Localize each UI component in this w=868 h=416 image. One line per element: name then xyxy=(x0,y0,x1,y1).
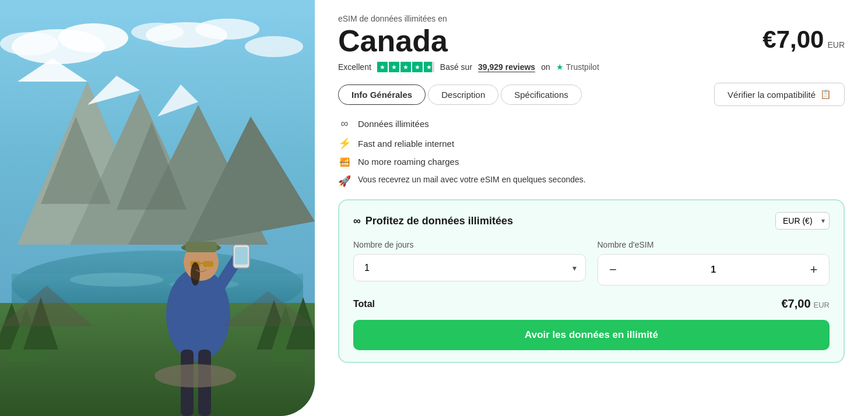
delivery-text: Vous recevrez un mail avec votre eSIM en… xyxy=(358,175,586,184)
rating-row: Excellent ★ ★ ★ ★ ★ Basé sur 39,929 revi… xyxy=(338,62,845,72)
star-1: ★ xyxy=(377,62,388,72)
tab-description[interactable]: Description xyxy=(428,84,498,105)
currency-select[interactable]: EUR (€) USD ($) GBP (£) xyxy=(775,212,830,230)
rating-prefix: Basé sur xyxy=(440,62,472,72)
pricing-card-header: ∞ Profitez de données illimitées EUR (€)… xyxy=(353,212,830,230)
total-amount: €7,00 xyxy=(781,297,810,311)
days-select-wrapper: 1 3 7 14 30 xyxy=(353,254,586,281)
price-currency: EUR xyxy=(827,40,845,50)
product-subtitle: eSIM de données illimitées en xyxy=(338,14,845,23)
pricing-title-text: Profitez de données illimitées xyxy=(366,215,513,227)
feature-unlimited-data: ∞ Données illimitées xyxy=(338,118,845,130)
rocket-icon: 🚀 xyxy=(338,175,351,188)
days-label: Nombre de jours xyxy=(353,240,586,249)
svg-rect-40 xyxy=(235,247,248,265)
star-3: ★ xyxy=(400,62,411,72)
star-4: ★ xyxy=(412,62,423,72)
product-title: Canada xyxy=(338,26,448,56)
feature-no-roaming: 📶 No more roaming charges xyxy=(338,157,845,167)
delivery-note: 🚀 Vous recevrez un mail avec votre eSIM … xyxy=(338,175,845,188)
compatibility-label: Vérifier la compatibilité xyxy=(728,90,816,100)
svg-point-20 xyxy=(70,273,163,287)
esim-increment-button[interactable]: + xyxy=(799,255,829,285)
days-field-group: Nombre de jours 1 3 7 14 30 xyxy=(353,240,586,285)
stars: ★ ★ ★ ★ ★ xyxy=(377,62,434,72)
compatibility-icon: 📋 xyxy=(820,89,831,100)
tab-info-generales[interactable]: Info Générales xyxy=(338,84,426,105)
no-roaming-icon: 📶 xyxy=(338,157,351,167)
trustpilot-badge: ★ Trustpilot xyxy=(556,62,599,72)
svg-point-42 xyxy=(154,364,236,387)
svg-point-4 xyxy=(0,32,58,55)
content-panel: eSIM de données illimitées en Canada €7,… xyxy=(315,0,868,416)
review-count: 39,929 reviews xyxy=(478,62,535,72)
trustpilot-star-icon: ★ xyxy=(556,62,564,72)
reviews-link[interactable]: 39,929 reviews xyxy=(478,62,535,72)
price-amount: €7,00 xyxy=(762,26,824,54)
svg-point-8 xyxy=(245,36,303,57)
esim-decrement-button[interactable]: − xyxy=(598,255,628,285)
cta-label: Avoir les données en illimité xyxy=(525,329,658,340)
trustpilot-on: on xyxy=(541,62,550,72)
currency-select-wrapper: EUR (€) USD ($) GBP (£) xyxy=(775,212,830,230)
svg-rect-36 xyxy=(203,261,213,267)
tab-specifications[interactable]: Spécifications xyxy=(501,84,582,105)
rating-label: Excellent xyxy=(338,62,371,72)
infinity-icon: ∞ xyxy=(338,118,351,130)
svg-point-41 xyxy=(191,262,200,285)
days-select[interactable]: 1 3 7 14 30 xyxy=(353,254,586,281)
cta-button[interactable]: Avoir les données en illimité xyxy=(353,320,830,350)
feature-fast-label: Fast and reliable internet xyxy=(358,139,454,149)
star-5-half: ★ xyxy=(424,62,434,72)
svg-point-7 xyxy=(131,23,184,41)
esim-label: Nombre d'eSIM xyxy=(598,240,830,249)
features-list: ∞ Données illimitées ⚡ Fast and reliable… xyxy=(338,118,845,167)
pricing-card-title: ∞ Profitez de données illimitées xyxy=(353,215,513,227)
feature-fast-internet: ⚡ Fast and reliable internet xyxy=(338,137,845,150)
svg-point-3 xyxy=(58,23,128,52)
fields-row: Nombre de jours 1 3 7 14 30 Nombre d'eSI… xyxy=(353,240,830,285)
star-2: ★ xyxy=(389,62,399,72)
tabs-row: Info Générales Description Spécification… xyxy=(338,83,845,106)
tab-group: Info Générales Description Spécification… xyxy=(338,84,582,105)
pricing-card: ∞ Profitez de données illimitées EUR (€)… xyxy=(338,199,845,363)
svg-rect-34 xyxy=(185,242,217,252)
total-label: Total xyxy=(353,299,375,309)
esim-stepper: − 1 + xyxy=(598,254,830,285)
infinity-card-icon: ∞ xyxy=(353,215,361,227)
lightning-icon: ⚡ xyxy=(338,137,351,150)
esim-value: 1 xyxy=(628,265,799,275)
feature-roaming-label: No more roaming charges xyxy=(358,157,459,167)
price-block: €7,00 EUR xyxy=(762,26,845,54)
product-image-panel xyxy=(0,0,315,416)
title-row: Canada €7,00 EUR xyxy=(338,26,845,56)
total-price: €7,00 EUR xyxy=(781,297,830,311)
feature-unlimited-label: Données illimitées xyxy=(358,119,429,129)
total-currency: EUR xyxy=(814,301,830,309)
trustpilot-label: Trustpilot xyxy=(566,62,599,72)
total-row: Total €7,00 EUR xyxy=(353,297,830,311)
esim-field-group: Nombre d'eSIM − 1 + xyxy=(598,240,830,285)
compatibility-button[interactable]: Vérifier la compatibilité 📋 xyxy=(714,83,845,106)
svg-point-6 xyxy=(195,19,259,40)
